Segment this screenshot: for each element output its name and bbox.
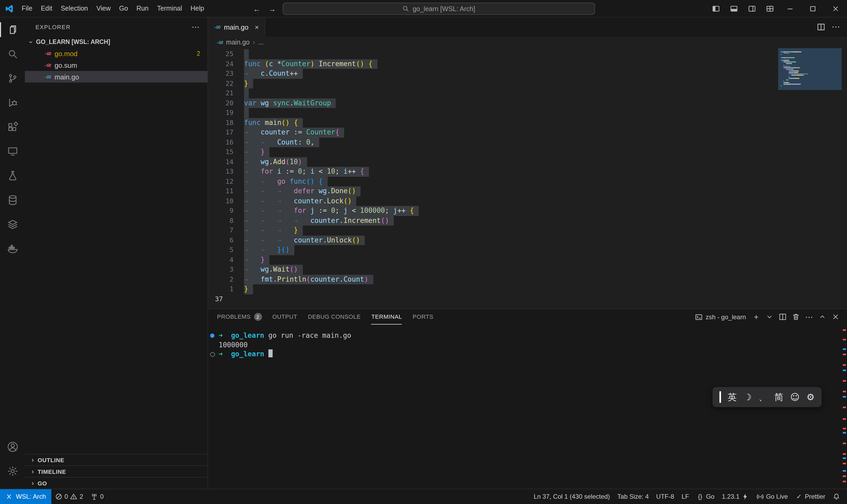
more-actions-icon[interactable]: ⋯ — [192, 22, 200, 31]
line-number[interactable]: 19 — [208, 108, 233, 118]
folder-root[interactable]: › GO_LEARN [WSL: ARCH] — [25, 36, 208, 48]
close-icon[interactable] — [832, 313, 840, 321]
code-line[interactable]: 1} — [208, 284, 847, 294]
go-live[interactable]: Go Live — [753, 489, 792, 504]
terminal-line[interactable]: 1000000 — [208, 340, 847, 349]
line-number[interactable]: 5 — [208, 245, 233, 255]
ime-lang-indicator[interactable]: 英 — [728, 391, 737, 403]
ports-status[interactable]: 0 — [87, 489, 107, 504]
code-line[interactable]: 17→counter := Counter{ — [208, 128, 847, 138]
panel-tab-output[interactable]: OUTPUT — [272, 309, 297, 325]
file-item-main-go[interactable]: -GOmain.go — [25, 71, 208, 83]
split-editor-icon[interactable] — [817, 23, 825, 31]
code-line[interactable]: 8→→→→counter.Increment() — [208, 216, 847, 226]
prettier[interactable]: ✓Prettier — [792, 489, 829, 504]
code-line[interactable]: 10→→→counter.Lock() — [208, 196, 847, 206]
line-number[interactable]: 9 — [208, 206, 233, 216]
code-line[interactable]: 11→→→defer wg.Done() — [208, 186, 847, 196]
code-editor[interactable]: 2524func (c *Counter) Increment() {23→c.… — [208, 48, 847, 309]
activity-database[interactable] — [0, 188, 25, 212]
line-number[interactable]: 25 — [208, 49, 233, 59]
line-number[interactable]: 1 — [208, 284, 233, 294]
code-line[interactable]: 3→wg.Wait() — [208, 265, 847, 274]
code-line[interactable]: 15→} — [208, 147, 847, 157]
toggle-secondary-sidebar-icon[interactable] — [743, 0, 761, 17]
tab-size[interactable]: Tab Size: 4 — [614, 489, 652, 504]
panel-tab-problems[interactable]: PROBLEMS2 — [217, 309, 262, 325]
file-item-go-mod[interactable]: -GOgo.mod2 — [25, 48, 208, 59]
terminal-profile[interactable]: zsh - go_learn — [695, 313, 746, 321]
line-number[interactable]: 15 — [208, 147, 233, 157]
split-terminal-icon[interactable] — [779, 313, 787, 321]
menu-help[interactable]: Help — [186, 0, 208, 17]
remote-indicator[interactable]: WSL: Arch — [0, 489, 51, 504]
line-number[interactable]: 16 — [208, 138, 233, 147]
line-number[interactable]: 7 — [208, 226, 233, 235]
code-line[interactable]: 22} — [208, 78, 847, 88]
line-number[interactable]: 4 — [208, 255, 233, 265]
line-number[interactable]: 22 — [208, 78, 233, 88]
code-line[interactable]: 7→→→} — [208, 226, 847, 235]
more-icon[interactable]: ⋯ — [805, 313, 813, 321]
menu-go[interactable]: Go — [115, 0, 132, 17]
line-number[interactable]: 37 — [208, 294, 233, 304]
activity-layers[interactable] — [0, 212, 25, 237]
code-line[interactable]: 4→} — [208, 255, 847, 265]
activity-explorer[interactable] — [0, 17, 25, 42]
code-line[interactable]: 20var wg sync.WaitGroup — [208, 98, 847, 108]
breadcrumb[interactable]: -GO main.go › ... — [208, 37, 847, 48]
menu-file[interactable]: File — [17, 0, 37, 17]
code-line[interactable]: 21 — [208, 88, 847, 98]
line-number[interactable]: 14 — [208, 157, 233, 167]
go-version[interactable]: 1.23.1 — [718, 489, 753, 504]
command-center-search[interactable]: go_learn [WSL: Arch] — [283, 3, 595, 15]
code-line[interactable]: 37 — [208, 294, 847, 304]
line-number[interactable]: 17 — [208, 128, 233, 138]
menu-terminal[interactable]: Terminal — [153, 0, 186, 17]
terminal-line[interactable]: ➜ go_learn — [208, 349, 847, 359]
ime-charset-indicator[interactable]: 简 — [774, 391, 783, 403]
code-line[interactable]: 9→→→for j := 0; j < 100000; j++ { — [208, 206, 847, 216]
activity-extensions[interactable] — [0, 115, 25, 139]
panel-tab-terminal[interactable]: TERMINAL — [371, 309, 402, 325]
activity-search[interactable] — [0, 42, 25, 66]
menu-edit[interactable]: Edit — [37, 0, 56, 17]
trash-icon[interactable] — [792, 313, 800, 321]
minimize-icon[interactable] — [779, 0, 801, 17]
code-line[interactable]: 18func main() { — [208, 118, 847, 128]
code-line[interactable]: 25 — [208, 49, 847, 59]
eol[interactable]: LF — [678, 489, 693, 504]
code-line[interactable]: 2→fmt.Println(counter.Count) — [208, 274, 847, 284]
activity-testing[interactable] — [0, 164, 25, 188]
minimap[interactable] — [778, 48, 842, 90]
line-number[interactable]: 21 — [208, 88, 233, 98]
problems-status[interactable]: 0 2 — [51, 489, 87, 504]
terminal-line[interactable]: ➜ go_learn go run -race main.go — [208, 331, 847, 340]
ime-halfwidth-icon[interactable]: ☽ — [743, 392, 752, 402]
line-number[interactable]: 12 — [208, 177, 233, 186]
activity-run-debug[interactable] — [0, 91, 25, 115]
ime-punctuation-icon[interactable]: 、 — [759, 391, 768, 403]
notifications[interactable] — [829, 489, 844, 504]
ime-settings-icon[interactable]: ⚙ — [807, 392, 815, 402]
code-line[interactable]: 23→c.Count++ — [208, 69, 847, 78]
line-number[interactable]: 18 — [208, 118, 233, 128]
line-number[interactable]: 13 — [208, 167, 233, 177]
language-mode[interactable]: {}Go — [693, 489, 718, 504]
toggle-primary-sidebar-icon[interactable] — [707, 0, 725, 17]
code-line[interactable]: 12→→go func() { — [208, 177, 847, 186]
customize-layout-icon[interactable] — [761, 0, 779, 17]
activity-source-control[interactable] — [0, 66, 25, 91]
forward-arrow-icon[interactable]: → — [267, 5, 277, 13]
encoding[interactable]: UTF-8 — [652, 489, 678, 504]
terminal[interactable]: ➜ go_learn go run -race main.go1000000➜ … — [208, 325, 847, 359]
code-line[interactable]: 6→→→counter.Unlock() — [208, 235, 847, 245]
section-go[interactable]: ›GO — [25, 477, 208, 489]
line-number[interactable]: 8 — [208, 216, 233, 226]
code-line[interactable]: 5→→}() — [208, 245, 847, 255]
back-arrow-icon[interactable]: ← — [252, 5, 262, 13]
line-number[interactable]: 2 — [208, 274, 233, 284]
chevron-down-icon[interactable] — [765, 313, 773, 321]
ime-emoji-button[interactable]: ☺ — [790, 392, 799, 402]
add-icon[interactable]: + — [752, 313, 760, 321]
